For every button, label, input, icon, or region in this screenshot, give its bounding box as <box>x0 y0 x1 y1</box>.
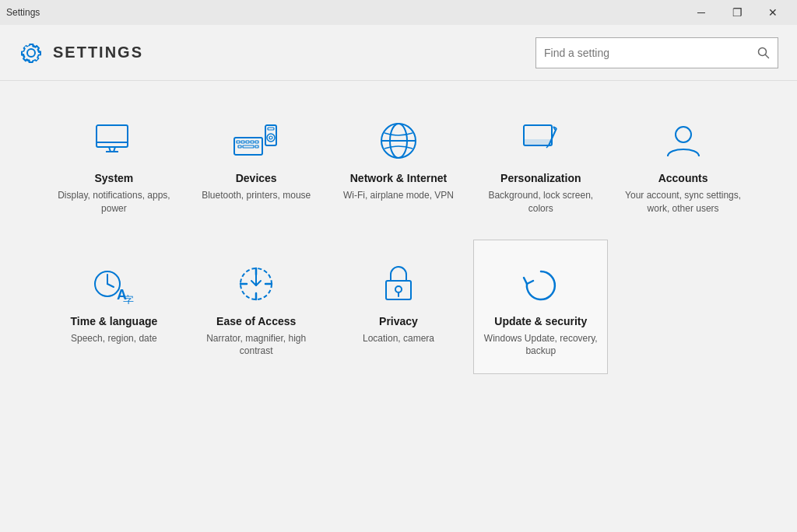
ease-of-access-icon <box>236 264 276 304</box>
accounts-name: Accounts <box>658 172 708 184</box>
setting-update-security[interactable]: Update & security Windows Update, recove… <box>473 240 608 375</box>
update-security-desc: Windows Update, recovery, backup <box>482 332 599 359</box>
svg-point-18 <box>269 136 272 139</box>
ease-of-access-desc: Narrator, magnifier, high contrast <box>198 332 315 359</box>
svg-rect-9 <box>241 141 244 143</box>
setting-personalization[interactable]: Personalization Background, lock screen,… <box>473 96 608 232</box>
search-box <box>535 37 778 68</box>
time-language-icon: A 字 <box>92 264 135 304</box>
system-desc: Display, notifications, apps, power <box>55 189 173 215</box>
update-security-name: Update & security <box>494 315 587 327</box>
svg-rect-19 <box>268 128 274 130</box>
setting-accounts[interactable]: Accounts Your account, sync settings, wo… <box>616 96 750 232</box>
header: SETTINGS <box>0 25 797 81</box>
svg-line-32 <box>107 284 114 287</box>
svg-point-41 <box>395 286 402 292</box>
settings-row-1: System Display, notifications, apps, pow… <box>47 96 750 232</box>
ease-of-access-name: Ease of Access <box>216 315 296 327</box>
privacy-name: Privacy <box>379 315 418 327</box>
settings-gear-icon <box>19 40 44 65</box>
network-icon <box>378 121 419 161</box>
title-bar: Settings ─ ❐ ✕ <box>0 0 797 25</box>
header-left: SETTINGS <box>19 40 143 65</box>
maximize-button[interactable]: ❐ <box>719 0 755 25</box>
personalization-name: Personalization <box>500 172 581 184</box>
devices-desc: Bluetooth, printers, mouse <box>202 189 311 202</box>
svg-rect-13 <box>238 145 241 148</box>
setting-time-language[interactable]: A 字 Time & language Speech, region, date <box>47 240 181 375</box>
svg-point-29 <box>676 127 691 142</box>
search-input[interactable] <box>544 47 757 59</box>
header-title: SETTINGS <box>53 44 143 61</box>
svg-rect-11 <box>251 141 254 143</box>
svg-rect-8 <box>237 141 240 143</box>
system-icon <box>93 121 134 161</box>
svg-point-17 <box>267 134 275 142</box>
privacy-icon <box>383 264 414 304</box>
personalization-desc: Background, lock screen, colors <box>482 189 599 215</box>
setting-ease-of-access[interactable]: Ease of Access Narrator, magnifier, high… <box>189 240 324 375</box>
privacy-desc: Location, camera <box>363 332 434 345</box>
main-content: System Display, notifications, apps, pow… <box>0 81 797 532</box>
svg-text:字: 字 <box>123 294 134 304</box>
setting-devices[interactable]: Devices Bluetooth, printers, mouse <box>189 96 324 232</box>
svg-rect-15 <box>255 145 258 148</box>
minimize-button[interactable]: ─ <box>683 0 719 25</box>
search-icon <box>757 47 770 59</box>
svg-rect-12 <box>255 141 258 143</box>
close-button[interactable]: ✕ <box>755 0 791 25</box>
network-desc: Wi-Fi, airplane mode, VPN <box>343 189 454 202</box>
svg-rect-2 <box>97 125 128 147</box>
time-language-desc: Speech, region, date <box>71 332 157 345</box>
svg-rect-10 <box>246 141 249 143</box>
network-name: Network & Internet <box>350 172 447 184</box>
accounts-icon <box>663 121 704 161</box>
svg-rect-14 <box>243 145 254 148</box>
svg-rect-24 <box>524 139 552 145</box>
settings-row-2: A 字 Time & language Speech, region, date <box>47 240 750 375</box>
personalization-icon <box>521 121 561 161</box>
system-name: System <box>94 172 133 184</box>
setting-privacy[interactable]: Privacy Location, camera <box>332 240 466 375</box>
title-bar-controls: ─ ❐ ✕ <box>683 0 791 25</box>
time-language-name: Time & language <box>71 315 158 327</box>
setting-network[interactable]: Network & Internet Wi-Fi, airplane mode,… <box>332 96 466 232</box>
empty-cell <box>616 240 750 375</box>
svg-line-1 <box>766 54 769 58</box>
title-bar-label: Settings <box>6 7 40 18</box>
accounts-desc: Your account, sync settings, work, other… <box>624 189 742 215</box>
devices-icon <box>233 121 279 161</box>
setting-system[interactable]: System Display, notifications, apps, pow… <box>47 96 181 232</box>
update-security-icon <box>521 264 561 304</box>
devices-name: Devices <box>236 172 277 184</box>
